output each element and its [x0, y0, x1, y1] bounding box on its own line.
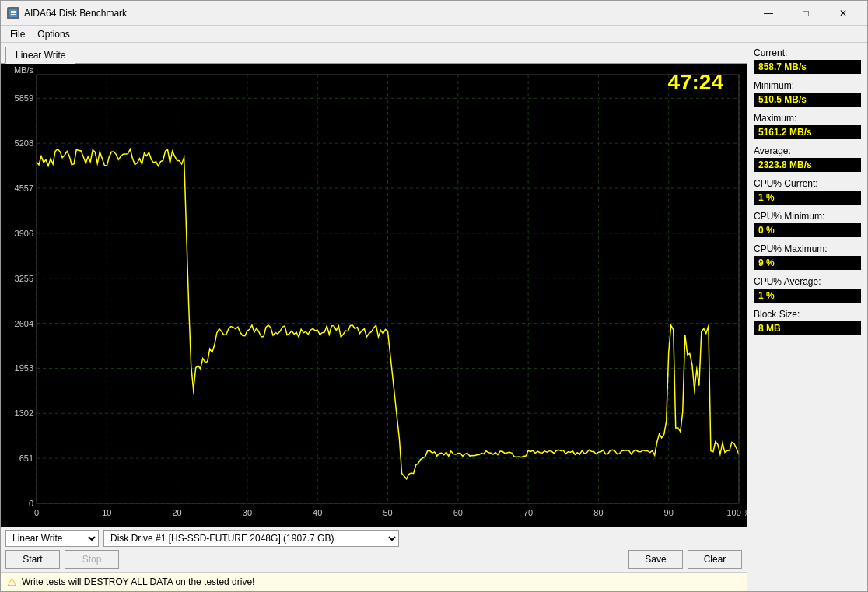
tab-bar: Linear Write: [1, 43, 747, 64]
stat-cpu-maximum: CPU% Maximum: 9 %: [754, 243, 861, 273]
warning-bar: ⚠ Write tests will DESTROY ALL DATA on t…: [1, 572, 747, 591]
cpu-current-value: 1 %: [754, 191, 861, 205]
cpu-current-label: CPU% Current:: [754, 178, 861, 189]
bottom-controls: Linear WriteLinear ReadRandom WriteRando…: [1, 527, 747, 572]
save-button[interactable]: Save: [628, 550, 683, 569]
maximum-value: 5161.2 MB/s: [754, 125, 861, 139]
stat-cpu-current: CPU% Current: 1 %: [754, 178, 861, 208]
chart-timer: 47:24: [667, 70, 723, 95]
stat-cpu-minimum: CPU% Minimum: 0 %: [754, 211, 861, 240]
cpu-minimum-value: 0 %: [754, 223, 861, 237]
average-label: Average:: [754, 145, 861, 156]
svg-rect-2: [11, 14, 16, 15]
chart-area: 47:24: [1, 64, 747, 527]
warning-icon: ⚠: [7, 576, 17, 588]
main-window: AIDA64 Disk Benchmark — □ ✕ File Options…: [0, 0, 868, 592]
cpu-maximum-value: 9 %: [754, 256, 861, 270]
menu-bar: File Options: [1, 26, 867, 43]
svg-rect-1: [11, 12, 16, 13]
tab-linear-write[interactable]: Linear Write: [5, 47, 75, 64]
title-bar: AIDA64 Disk Benchmark — □ ✕: [1, 1, 867, 26]
stat-block-size: Block Size: 8 MB: [754, 309, 861, 338]
benchmark-chart: [1, 64, 747, 527]
current-value: 858.7 MB/s: [754, 60, 861, 74]
stat-current: Current: 858.7 MB/s: [754, 47, 861, 77]
block-size-value: 8 MB: [754, 321, 861, 335]
cpu-average-value: 1 %: [754, 289, 861, 303]
menu-options[interactable]: Options: [31, 27, 75, 41]
warning-text: Write tests will DESTROY ALL DATA on the…: [22, 576, 254, 587]
test-type-select[interactable]: Linear WriteLinear ReadRandom WriteRando…: [5, 530, 99, 547]
control-row-2: Start Stop Save Clear: [5, 550, 742, 569]
minimize-button[interactable]: —: [751, 1, 786, 26]
control-row-1: Linear WriteLinear ReadRandom WriteRando…: [5, 530, 742, 547]
main-panel: Linear Write 47:24 Linear WriteLinear Re…: [1, 43, 747, 591]
close-button[interactable]: ✕: [825, 1, 861, 26]
disk-select[interactable]: Disk Drive #1 [HS-SSD-FUTURE 2048G] (190…: [103, 530, 399, 547]
stat-average: Average: 2323.8 MB/s: [754, 145, 861, 175]
start-button[interactable]: Start: [5, 550, 60, 569]
content-area: Linear Write 47:24 Linear WriteLinear Re…: [1, 43, 867, 591]
cpu-minimum-label: CPU% Minimum:: [754, 211, 861, 222]
window-title: AIDA64 Disk Benchmark: [24, 8, 751, 19]
maximum-label: Maximum:: [754, 113, 861, 124]
menu-file[interactable]: File: [4, 27, 31, 41]
average-value: 2323.8 MB/s: [754, 158, 861, 172]
cpu-average-label: CPU% Average:: [754, 276, 861, 287]
stop-button[interactable]: Stop: [65, 550, 119, 569]
restore-button[interactable]: □: [788, 1, 824, 26]
clear-button[interactable]: Clear: [688, 550, 742, 569]
current-label: Current:: [754, 47, 861, 58]
svg-rect-3: [11, 11, 16, 12]
block-size-label: Block Size:: [754, 309, 861, 320]
sidebar-stats: Current: 858.7 MB/s Minimum: 510.5 MB/s …: [747, 43, 867, 591]
cpu-maximum-label: CPU% Maximum:: [754, 243, 861, 254]
stat-maximum: Maximum: 5161.2 MB/s: [754, 113, 861, 142]
minimum-value: 510.5 MB/s: [754, 93, 861, 107]
window-controls: — □ ✕: [751, 1, 861, 26]
stat-minimum: Minimum: 510.5 MB/s: [754, 80, 861, 110]
stat-cpu-average: CPU% Average: 1 %: [754, 276, 861, 306]
minimum-label: Minimum:: [754, 80, 861, 91]
app-icon: [7, 7, 19, 19]
